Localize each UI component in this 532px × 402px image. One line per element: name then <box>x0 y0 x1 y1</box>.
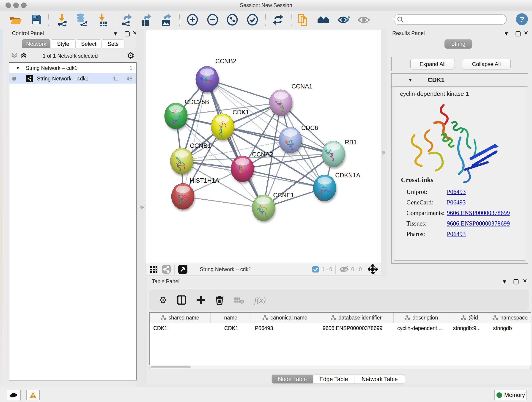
node-HIST1H1A[interactable]: HIST1H1A <box>171 177 219 210</box>
cell-database-identifier[interactable]: 9606.ENSP00000378699 <box>319 325 394 332</box>
column-header[interactable]: name <box>210 313 251 323</box>
column-header[interactable]: shared name <box>150 313 210 323</box>
save-session-icon[interactable] <box>30 13 43 26</box>
show-hide-graphics-details-icon[interactable] <box>337 13 350 26</box>
refresh-icon[interactable] <box>272 13 285 26</box>
column-header[interactable]: @id <box>449 313 489 323</box>
import-network-database-icon[interactable] <box>75 13 88 26</box>
zoom-selected-icon[interactable] <box>246 13 259 26</box>
export-network-icon[interactable] <box>120 13 133 26</box>
node-RB1[interactable]: RB1 <box>322 139 357 167</box>
results-panel: Results Panel ▼ ▢ ✕ String Expand All Co… <box>387 29 532 277</box>
cell-shared-name[interactable]: CDK1 <box>150 325 210 332</box>
crosslink-link[interactable]: P06493 <box>447 188 466 196</box>
table-gear-icon[interactable]: ⚙ <box>159 295 167 305</box>
export-table-icon[interactable] <box>140 13 152 26</box>
node-CDKN1A[interactable]: CDKN1A <box>313 172 360 201</box>
copy-icon[interactable] <box>297 13 309 26</box>
cell-name[interactable]: CDK1 <box>210 325 251 332</box>
table-panel: Table Panel ▼ ▢ ✕ ⚙ f(x) shared name nam… <box>146 277 532 384</box>
table-row[interactable]: CDK1 CDK1 P06493 9606.ENSP00000378699 cy… <box>150 323 531 333</box>
import-table-icon[interactable] <box>96 13 109 26</box>
gene-detail-box: cyclin-dependent kinase 1 <box>394 86 525 261</box>
tab-string[interactable]: String <box>444 39 472 49</box>
network-collection-row[interactable]: ▼ String Network – cdk1 1 <box>9 63 136 73</box>
crosslink-link[interactable]: 9606.ENSP00000378699 <box>447 210 510 217</box>
results-panel-float-icon[interactable]: ▢ <box>515 30 521 37</box>
tab-network[interactable]: Network <box>22 39 51 49</box>
zoom-fit-content-icon[interactable] <box>226 13 239 26</box>
table-panel-title: Table Panel <box>152 279 179 285</box>
show-columns-icon[interactable] <box>177 295 186 305</box>
network-type-icon-gray[interactable] <box>162 264 171 274</box>
collapse-all-button[interactable]: Collapse All <box>462 59 511 70</box>
cell-namespace[interactable]: stringdb <box>489 325 531 332</box>
cloud-button[interactable] <box>7 390 21 400</box>
crosslink-link[interactable]: 9606.ENSP00000378699 <box>447 220 510 227</box>
tab-style[interactable]: Style <box>51 39 76 49</box>
help-button[interactable]: ? <box>516 13 528 25</box>
network-canvas[interactable]: CCNB2CCNA1CDC25BCDK1CDC6RB1CCNB1CCNA2CDK… <box>145 30 381 264</box>
edge-CCNA2-CDKN1A[interactable] <box>242 169 325 188</box>
gene-expander-icon[interactable]: ▼ <box>408 77 413 83</box>
network-status-dot-icon <box>12 77 16 81</box>
node-label-CCNA1: CCNA1 <box>291 83 312 90</box>
tab-node-table[interactable]: Node Table <box>272 375 313 384</box>
edge-HIST1H1A-CCNE1[interactable] <box>183 196 264 208</box>
crosslink-label: Uniprot: <box>406 188 447 196</box>
network-overview-home-icon[interactable] <box>317 13 330 26</box>
column-header[interactable]: namespace <box>489 313 531 323</box>
node-CCNE1[interactable]: CCNE1 <box>252 192 294 221</box>
selected-checkbox-icon[interactable] <box>312 266 319 273</box>
column-header[interactable]: description <box>394 313 450 323</box>
network-row-selected[interactable]: String Network – cdk1 11 48 <box>9 73 136 84</box>
results-panel-close-icon[interactable]: ✕ <box>524 30 528 36</box>
control-panel-close-icon[interactable]: ✕ <box>133 30 137 36</box>
cell-description[interactable]: cyclin-dependent ... <box>394 325 450 332</box>
zoom-in-icon[interactable] <box>186 13 199 26</box>
add-icon[interactable] <box>196 295 205 305</box>
column-header[interactable]: canonical name <box>251 313 319 323</box>
expand-all-button[interactable]: Expand All <box>410 59 455 70</box>
open-file-icon[interactable] <box>9 13 22 26</box>
tab-edge-table[interactable]: Edge Table <box>313 375 354 384</box>
tab-network-table[interactable]: Network Table <box>354 375 405 384</box>
tab-select[interactable]: Select <box>76 39 101 49</box>
warnings-button[interactable] <box>26 390 40 400</box>
import-network-icon[interactable] <box>56 13 69 26</box>
show-hide-eye-icon[interactable] <box>357 13 370 26</box>
crosslink-link[interactable]: P06493 <box>447 199 466 206</box>
edge-CCNB2-CCNE1[interactable] <box>207 79 264 208</box>
search-input[interactable] <box>394 14 507 25</box>
cell-canonical-name[interactable]: P06493 <box>251 325 319 332</box>
grid-view-icon[interactable] <box>150 265 158 274</box>
toolbar-search <box>394 14 507 25</box>
crosslink-link[interactable]: P06493 <box>447 230 466 238</box>
network-tree: ▼ String Network – cdk1 1 String Network… <box>9 62 137 380</box>
collection-expander-icon[interactable]: ▼ <box>16 66 20 70</box>
control-panel-menu-icon[interactable]: ▼ <box>113 31 118 37</box>
scrollbar-thumb[interactable] <box>151 366 191 368</box>
splitter-handle[interactable] <box>382 151 385 154</box>
gear-icon[interactable]: ⚙ <box>127 51 134 61</box>
table-panel-float-icon[interactable]: ▢ <box>513 278 519 285</box>
zoom-out-icon[interactable] <box>206 13 219 26</box>
horizontal-scrollbar[interactable] <box>149 365 531 369</box>
delete-trash-icon[interactable] <box>215 295 224 305</box>
hidden-eye-icon[interactable] <box>339 265 349 273</box>
node-CCNA1[interactable]: CCNA1 <box>269 83 312 116</box>
table-panel-menu-icon[interactable]: ▼ <box>502 279 507 285</box>
table-panel-close-icon[interactable]: ✕ <box>523 278 527 284</box>
splitter-handle[interactable] <box>140 206 144 209</box>
tab-sets[interactable]: Sets <box>102 39 124 49</box>
birdseye-view-icon[interactable] <box>178 264 188 274</box>
pan-crosshair-icon[interactable] <box>368 264 378 274</box>
control-panel-float-icon[interactable]: ▢ <box>124 30 130 37</box>
cell-id[interactable]: stringdb:9... <box>449 325 489 332</box>
node-label-CCNE1: CCNE1 <box>273 192 294 199</box>
gene-header-row[interactable]: ▼ CDK1 <box>392 74 528 87</box>
memory-button[interactable]: Memory <box>494 390 527 400</box>
column-header[interactable]: database identifier <box>319 313 394 323</box>
results-panel-menu-icon[interactable]: ▼ <box>504 31 509 37</box>
export-image-icon[interactable] <box>160 13 173 26</box>
